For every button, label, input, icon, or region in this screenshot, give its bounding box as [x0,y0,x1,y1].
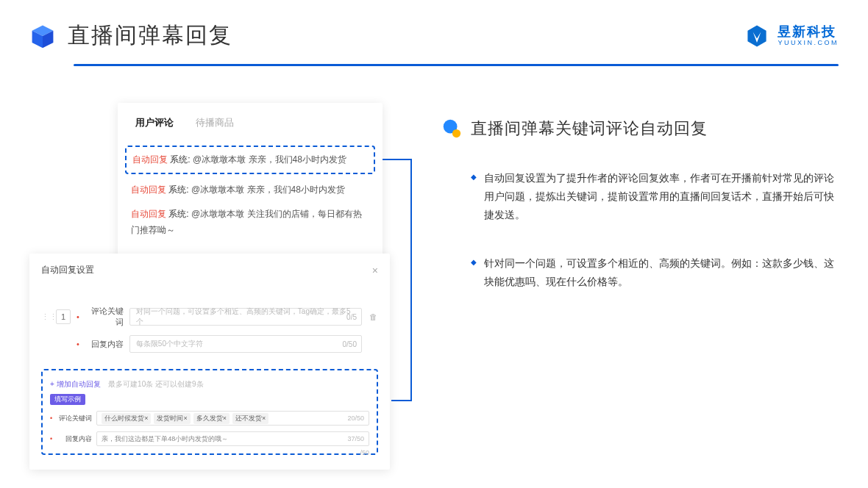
outer-counter: /50 [360,449,369,456]
comment-text: @冰墩墩本墩 亲亲，我们48小时内发货 [193,154,346,165]
index-box: 1 [56,309,71,324]
keyword-input[interactable]: 对同一个问题，可设置多个相近、高频的关键词，Tag确定，最多5个 0/5 [129,308,362,326]
left-column: 用户评论 待播商品 自动回复 系统: @冰墩墩本墩 亲亲，我们48小时内发货 自… [29,103,397,448]
connector-line [391,400,412,401]
required-dot: • [77,340,79,348]
add-hint: 最多可建10条 还可以创建9条 [108,380,203,388]
close-icon[interactable]: × [372,265,378,276]
ex-content-counter: 37/50 [347,435,364,442]
content-counter: 0/50 [343,340,357,348]
comment-text: @冰墩墩本墩 关注我们的店铺，每日都有热门推荐呦～ [131,209,362,236]
required-dot: • [50,415,52,422]
page-header: 直播间弹幕回复 昱新科技 YUUXIN.COM [0,0,868,51]
header-left: 直播间弹幕回复 [29,21,232,51]
system-tag: 系统: [170,154,190,165]
keyword-tag[interactable]: 多久发货× [193,413,230,424]
keyword-row: ⋮⋮ 1 • 评论关键词 对同一个问题，可设置多个相近、高频的关键词，Tag确定… [41,306,378,328]
tab-user-comments[interactable]: 用户评论 [135,116,174,129]
comment-item: 自动回复 系统: @冰墩墩本墩 关注我们的店铺，每日都有热门推荐呦～ [131,206,369,240]
drag-handle-icon[interactable]: ⋮⋮ [41,312,50,322]
bullet-item: 针对同一个问题，可设置多个相近的、高频的关键词。例如：这款多少钱、这块能优惠吗、… [471,254,839,291]
bullet-list: 自动回复设置为了提升作者的评论回复效率，作者可在开播前针对常见的评论用户问题，提… [441,169,839,291]
ex-content-value: 亲，我们这边都是下单48小时内发货的哦～ [102,434,228,444]
settings-card: 自动回复设置 × ⋮⋮ 1 • 评论关键词 对同一个问题，可设置多个相近、高频的… [29,254,390,470]
comment-tabs: 用户评论 待播商品 [118,116,383,138]
content-row: • 回复内容 每条限50个中文字符 0/50 [41,335,378,353]
comment-item: 自动回复 系统: @冰墩墩本墩 亲亲，我们48小时内发货 [131,182,369,198]
tab-pending-products[interactable]: 待播商品 [196,116,234,129]
example-block: + 增加自动回复 最多可建10条 还可以创建9条 填写示例 • 评论关键词 什么… [41,369,378,455]
comments-card: 用户评论 待播商品 自动回复 系统: @冰墩墩本墩 亲亲，我们48小时内发货 自… [118,103,383,264]
content-placeholder: 每条限50个中文字符 [136,339,203,349]
ex-keyword-label: 评论关键词 [57,414,92,423]
ex-keyword-input[interactable]: 什么时候发货× 发货时间× 多久发货× 还不发货× 20/50 [96,411,369,426]
sub-heading: 直播间弹幕关键词评论自动回复 [441,118,839,140]
auto-reply-tag: 自动回复 [131,184,166,195]
example-keyword-row: • 评论关键词 什么时候发货× 发货时间× 多久发货× 还不发货× 20/50 [50,411,369,426]
comment-text: @冰墩墩本墩 亲亲，我们48小时内发货 [191,184,345,195]
ex-content-input[interactable]: 亲，我们这边都是下单48小时内发货的哦～ 37/50 [96,431,369,446]
content-input[interactable]: 每条限50个中文字符 0/50 [129,335,362,353]
required-dot: • [50,435,52,442]
brand-name-en: YUUXIN.COM [778,40,839,46]
keyword-tag[interactable]: 发货时间× [154,413,190,424]
brand: 昱新科技 YUUXIN.COM [744,23,839,49]
auto-reply-tag: 自动回复 [132,154,168,165]
ex-keyword-counter: 20/50 [347,415,364,422]
keyword-counter: 0/5 [346,313,357,321]
page-title: 直播间弹幕回复 [68,21,232,51]
settings-title: 自动回复设置 [41,264,94,276]
brand-logo-icon [744,23,770,49]
brand-name-cn: 昱新科技 [778,25,839,38]
add-auto-reply-link[interactable]: + 增加自动回复 [50,380,101,388]
delete-icon[interactable]: 🗑 [368,312,378,321]
chat-bubble-icon [441,118,462,139]
keyword-label: 评论关键词 [85,306,124,328]
settings-header: 自动回复设置 × [41,264,378,285]
cube-icon [29,23,56,49]
ex-content-label: 回复内容 [57,434,92,444]
content-label: 回复内容 [85,339,124,350]
svg-point-4 [452,129,460,137]
auto-reply-tag: 自动回复 [131,209,166,219]
connector-line [410,159,412,401]
sub-title: 直播间弹幕关键词评论自动回复 [471,118,708,140]
connector-line [383,159,412,160]
keyword-placeholder: 对同一个问题，可设置多个相近、高频的关键词，Tag确定，最多5个 [136,306,355,327]
bullet-item: 自动回复设置为了提升作者的评论回复效率，作者可在开播前针对常见的评论用户问题，提… [471,169,839,225]
comment-list: 自动回复 系统: @冰墩墩本墩 亲亲，我们48小时内发货 自动回复 系统: @冰… [118,138,383,239]
right-column: 直播间弹幕关键词评论自动回复 自动回复设置为了提升作者的评论回复效率，作者可在开… [441,103,839,448]
comment-highlighted: 自动回复 系统: @冰墩墩本墩 亲亲，我们48小时内发货 [125,146,375,174]
system-tag: 系统: [168,209,188,219]
required-dot: • [77,312,79,321]
example-badge: 填写示例 [50,394,85,405]
brand-text: 昱新科技 YUUXIN.COM [778,25,839,46]
system-tag: 系统: [168,184,188,195]
keyword-tag[interactable]: 什么时候发货× [102,413,151,424]
example-content-row: • 回复内容 亲，我们这边都是下单48小时内发货的哦～ 37/50 [50,431,369,446]
keyword-tag[interactable]: 还不发货× [232,413,268,424]
